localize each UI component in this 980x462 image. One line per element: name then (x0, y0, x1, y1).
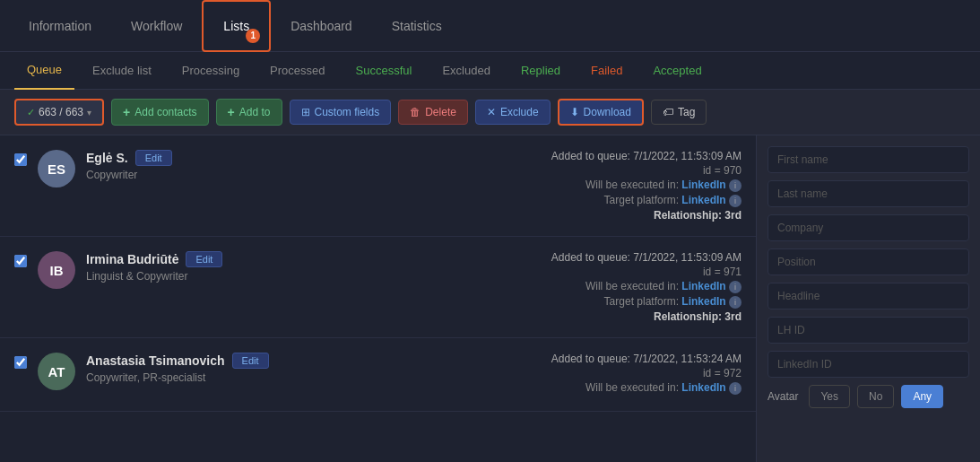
added-date: Added to queue: 7/1/2022, 11:53:09 AM (544, 150, 742, 162)
execute-platform: Will be executed in: LinkedIn i (544, 179, 742, 192)
info-icon[interactable]: i (729, 382, 742, 395)
contact-name: Anastasia Tsimanovich (86, 353, 225, 368)
nav-lists[interactable]: Lists 1 (202, 0, 271, 52)
top-navigation: Information Workflow Lists 1 Dashboard S… (0, 0, 980, 52)
trash-icon: 🗑 (410, 106, 421, 118)
custom-fields-button[interactable]: ⊞ Custom fields (290, 100, 392, 125)
headline-input[interactable] (768, 283, 969, 309)
contact-item: ES Eglė S. Edit Copywriter Added to queu… (0, 135, 756, 237)
nav-statistics[interactable]: Statistics (372, 0, 462, 52)
download-icon: ⬇ (570, 106, 579, 118)
added-date: Added to queue: 7/1/2022, 11:53:24 AM (544, 353, 742, 365)
contact-name: Irmina Budriūtė (86, 252, 178, 266)
avatar-no-button[interactable]: No (857, 385, 894, 408)
contact-id: id = 972 (544, 367, 742, 379)
avatar: ES (38, 150, 75, 187)
relationship: Relationship: 3rd (544, 310, 742, 323)
contact-info: Irmina Budriūtė Edit Linguist & Copywrit… (86, 251, 533, 283)
subnav-exclude-list[interactable]: Exclude list (80, 52, 164, 90)
edit-button[interactable]: Edit (135, 150, 172, 166)
contact-info: Eglė S. Edit Copywriter (86, 150, 533, 181)
contact-role: Linguist & Copywriter (86, 270, 533, 283)
info-icon[interactable]: i (729, 195, 742, 207)
edit-button[interactable]: Edit (232, 353, 269, 369)
tag-icon: 🏷 (663, 106, 673, 118)
plus-icon: + (228, 105, 235, 119)
nav-dashboard[interactable]: Dashboard (271, 0, 372, 52)
check-icon: ✓ (27, 107, 35, 118)
edit-button[interactable]: Edit (186, 251, 222, 267)
subnav-processed[interactable]: Processed (257, 52, 337, 90)
info-icon[interactable]: i (729, 296, 742, 309)
grid-icon: ⊞ (301, 106, 310, 118)
added-date: Added to queue: 7/1/2022, 11:53:09 AM (544, 251, 742, 264)
toolbar: ✓ 663 / 663 ▾ + Add contacts + Add to ⊞ … (0, 90, 980, 135)
chevron-down-icon: ▾ (87, 108, 91, 118)
plus-icon: + (123, 105, 130, 119)
company-input[interactable] (768, 214, 969, 241)
execute-platform: Will be executed in: LinkedIn i (544, 381, 742, 395)
tag-button[interactable]: 🏷 Tag (651, 100, 707, 125)
subnav-excluded[interactable]: Excluded (429, 52, 502, 90)
target-platform: Target platform: LinkedIn i (544, 295, 742, 309)
avatar-label: Avatar (768, 390, 798, 403)
target-platform: Target platform: LinkedIn i (544, 194, 742, 207)
add-contacts-button[interactable]: + Add contacts (111, 99, 209, 126)
subnav-successful[interactable]: Successful (343, 52, 425, 90)
exclude-button[interactable]: ✕ Exclude (475, 100, 551, 125)
subnav-accepted[interactable]: Accepted (640, 52, 714, 90)
subnav-processing[interactable]: Processing (169, 52, 252, 90)
avatar-any-button[interactable]: Any (901, 385, 943, 408)
relationship: Relationship: 3rd (544, 209, 742, 222)
contact-checkbox[interactable] (14, 356, 27, 369)
contact-item: AT Anastasia Tsimanovich Edit Copywriter… (0, 338, 756, 412)
contact-checkbox[interactable] (14, 153, 27, 166)
add-to-button[interactable]: + Add to (216, 99, 282, 126)
contact-meta: Added to queue: 7/1/2022, 11:53:09 AM id… (544, 150, 742, 222)
subnav-queue[interactable]: Queue (14, 52, 74, 90)
execute-platform: Will be executed in: LinkedIn i (544, 280, 742, 293)
select-count: 663 / 663 (39, 106, 83, 118)
lh-id-input[interactable] (768, 317, 969, 344)
first-name-input[interactable] (768, 146, 969, 173)
contact-info: Anastasia Tsimanovich Edit Copywriter, P… (86, 353, 533, 384)
contact-meta: Added to queue: 7/1/2022, 11:53:24 AM id… (544, 353, 742, 397)
select-all-button[interactable]: ✓ 663 / 663 ▾ (14, 99, 104, 126)
download-button[interactable]: ⬇ Download (558, 99, 644, 126)
avatar-filter-row: Avatar Yes No Any (768, 385, 969, 408)
avatar: AT (38, 353, 75, 390)
nav-workflow[interactable]: Workflow (111, 0, 202, 52)
info-icon[interactable]: i (729, 281, 742, 293)
linkedin-id-input[interactable] (768, 351, 969, 378)
subnav-replied[interactable]: Replied (508, 52, 573, 90)
contact-name: Eglė S. (86, 151, 128, 165)
right-panel: Avatar Yes No Any (756, 135, 980, 462)
exclude-icon: ✕ (487, 106, 496, 118)
contact-list: ES Eglė S. Edit Copywriter Added to queu… (0, 135, 756, 462)
delete-button[interactable]: 🗑 Delete (398, 100, 468, 125)
nav-information[interactable]: Information (9, 0, 111, 52)
contact-item: IB Irmina Budriūtė Edit Linguist & Copyw… (0, 237, 756, 338)
subnav-failed[interactable]: Failed (578, 52, 635, 90)
info-icon[interactable]: i (729, 179, 742, 192)
avatar-yes-button[interactable]: Yes (809, 385, 850, 408)
contact-checkbox[interactable] (14, 255, 27, 267)
lists-badge: 1 (246, 29, 260, 43)
contact-id: id = 970 (544, 164, 742, 177)
position-input[interactable] (768, 248, 969, 275)
main-content: ES Eglė S. Edit Copywriter Added to queu… (0, 135, 980, 462)
avatar: IB (38, 251, 75, 289)
contact-role: Copywriter (86, 169, 533, 181)
last-name-input[interactable] (768, 180, 969, 207)
sub-navigation: Queue Exclude list Processing Processed … (0, 52, 980, 90)
contact-role: Copywriter, PR-specialist (86, 371, 533, 384)
contact-meta: Added to queue: 7/1/2022, 11:53:09 AM id… (544, 251, 742, 323)
contact-id: id = 971 (544, 266, 742, 278)
